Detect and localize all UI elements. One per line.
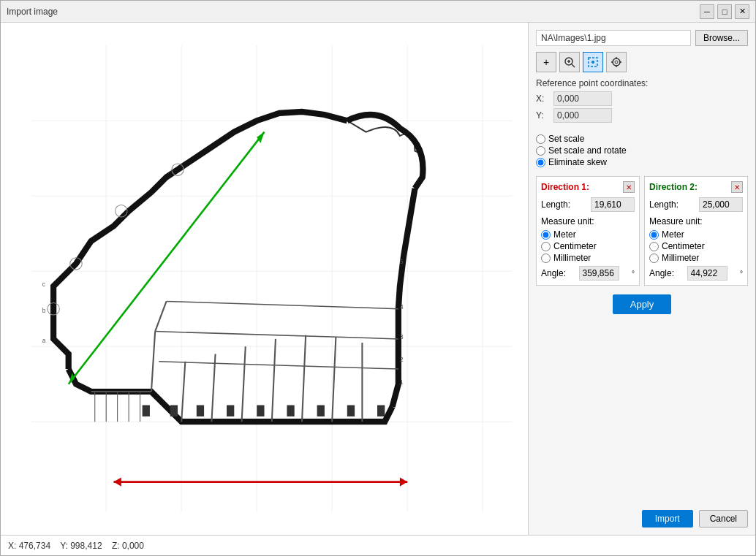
direction2-length-input[interactable]	[699, 197, 743, 212]
svg-rect-30	[143, 405, 150, 416]
svg-text:1: 1	[400, 379, 404, 386]
direction1-cm-label: Centimeter	[553, 241, 597, 251]
direction2-box: Direction 2: ✕ Length: Measure unit: Met…	[644, 176, 748, 286]
direction2-meter-label: Meter	[662, 229, 684, 240]
direction1-box: Direction 1: ✕ Length: Measure unit: Met…	[536, 176, 640, 286]
ref-point-section: Reference point coordinates: X: Y:	[536, 78, 748, 125]
set-scale-option[interactable]: Set scale	[536, 134, 748, 144]
maximize-button[interactable]: □	[717, 4, 732, 19]
direction1-length-row: Length:	[541, 197, 635, 212]
direction2-length-label: Length:	[649, 199, 678, 210]
svg-text:4: 4	[400, 304, 404, 311]
direction1-mm-radio[interactable]	[541, 254, 551, 263]
direction2-mm-option[interactable]: Millimeter	[649, 253, 743, 263]
file-path: NA\Images\1.jpg	[536, 30, 691, 46]
set-scale-rotate-radio[interactable]	[536, 146, 545, 156]
direction1-angle-label: Angle:	[541, 268, 566, 278]
direction2-meter-radio[interactable]	[649, 230, 659, 240]
svg-text:a: a	[42, 338, 46, 344]
window-controls: ─ □ ✕	[700, 4, 749, 19]
direction1-angle-input[interactable]	[579, 266, 619, 281]
svg-rect-34	[257, 405, 264, 416]
svg-rect-0	[1, 23, 528, 534]
svg-text:2: 2	[400, 357, 404, 363]
direction2-header: Direction 2: ✕	[649, 181, 743, 193]
direction1-deg-symbol: °	[632, 270, 635, 278]
apply-row: Apply	[536, 294, 748, 314]
direction2-close-button[interactable]: ✕	[731, 181, 743, 193]
set-scale-rotate-label: Set scale and rotate	[548, 145, 627, 156]
mode-options: Set scale Set scale and rotate Eliminate…	[536, 134, 748, 167]
direction1-close-button[interactable]: ✕	[623, 181, 635, 193]
direction2-measure-label: Measure unit:	[649, 216, 743, 226]
direction2-title: Direction 2:	[649, 182, 698, 192]
eliminate-skew-option[interactable]: Eliminate skew	[536, 157, 748, 167]
direction2-angle-row: Angle: °	[649, 266, 743, 281]
direction2-angle-label: Angle:	[649, 268, 674, 278]
direction1-mm-label: Millimeter	[553, 253, 591, 263]
direction1-mm-option[interactable]: Millimeter	[541, 253, 635, 263]
direction2-meter-option[interactable]: Meter	[649, 229, 743, 240]
direction1-meter-option[interactable]: Meter	[541, 229, 635, 240]
svg-text:5: 5	[400, 259, 404, 265]
y-input[interactable]	[553, 108, 612, 123]
direction1-header: Direction 1: ✕	[541, 181, 635, 193]
svg-rect-32	[197, 405, 204, 416]
coordinates-display: X: 476,734 Y: 998,412 Z: 0,000	[8, 541, 144, 551]
direction2-cm-option[interactable]: Centimeter	[649, 241, 743, 251]
x-input[interactable]	[553, 91, 612, 106]
x-label: X:	[536, 94, 551, 104]
direction1-title: Direction 1:	[541, 182, 589, 192]
title-bar: Import image ─ □ ✕	[1, 1, 755, 23]
direction1-measure-label: Measure unit:	[541, 216, 635, 226]
direction1-meter-radio[interactable]	[541, 230, 551, 240]
eliminate-skew-radio[interactable]	[536, 158, 545, 167]
apply-button[interactable]: Apply	[613, 294, 672, 314]
import-button[interactable]: Import	[642, 510, 693, 528]
y-coord-display: Y: 998,412	[60, 541, 102, 551]
svg-rect-31	[170, 405, 178, 416]
bottom-actions: Import Cancel	[536, 507, 748, 528]
window-title: Import image	[7, 7, 58, 17]
direction2-angle-input[interactable]	[687, 266, 727, 281]
directions-row: Direction 1: ✕ Length: Measure unit: Met…	[536, 176, 748, 286]
eliminate-skew-label: Eliminate skew	[548, 157, 607, 167]
svg-text:b: b	[42, 308, 46, 314]
direction1-length-label: Length:	[541, 199, 570, 210]
z-coord-display: Z: 0,000	[112, 541, 144, 551]
set-scale-rotate-option[interactable]: Set scale and rotate	[536, 145, 748, 156]
direction2-unit-options: Meter Centimeter Millimeter	[649, 229, 743, 263]
y-label: Y:	[536, 110, 551, 121]
direction2-deg-symbol: °	[740, 270, 743, 278]
minimize-button[interactable]: ─	[700, 4, 714, 19]
close-button[interactable]: ✕	[735, 4, 749, 19]
svg-rect-36	[317, 405, 325, 416]
svg-rect-35	[287, 405, 294, 416]
x-coord-row: X:	[536, 91, 748, 106]
direction1-cm-option[interactable]: Centimeter	[541, 241, 635, 251]
canvas-area[interactable]: 1 2 3 4 5 a b c	[1, 23, 529, 535]
set-scale-radio[interactable]	[536, 134, 545, 144]
target-tool-button[interactable]	[606, 52, 627, 72]
direction2-mm-label: Millimeter	[662, 253, 699, 263]
status-bar: X: 476,734 Y: 998,412 Z: 0,000	[1, 535, 755, 555]
zoom-tool-button[interactable]	[559, 52, 580, 72]
svg-line-58	[572, 64, 575, 67]
select-tool-button[interactable]	[583, 52, 603, 72]
direction2-length-row: Length:	[649, 197, 743, 212]
direction2-mm-radio[interactable]	[649, 254, 659, 263]
move-tool-button[interactable]: +	[536, 52, 556, 72]
direction1-angle-row: Angle: °	[541, 266, 635, 281]
cancel-button[interactable]: Cancel	[699, 510, 748, 528]
ref-point-label: Reference point coordinates:	[536, 78, 748, 88]
direction1-length-input[interactable]	[591, 197, 635, 212]
direction1-unit-options: Meter Centimeter Millimeter	[541, 229, 635, 263]
browse-button[interactable]: Browse...	[695, 30, 748, 46]
set-scale-label: Set scale	[548, 134, 584, 144]
y-coord-row: Y:	[536, 108, 748, 123]
direction1-cm-radio[interactable]	[541, 242, 551, 251]
svg-point-63	[613, 58, 620, 66]
direction1-meter-label: Meter	[553, 229, 576, 240]
direction2-cm-radio[interactable]	[649, 242, 659, 251]
svg-point-62	[591, 61, 594, 64]
